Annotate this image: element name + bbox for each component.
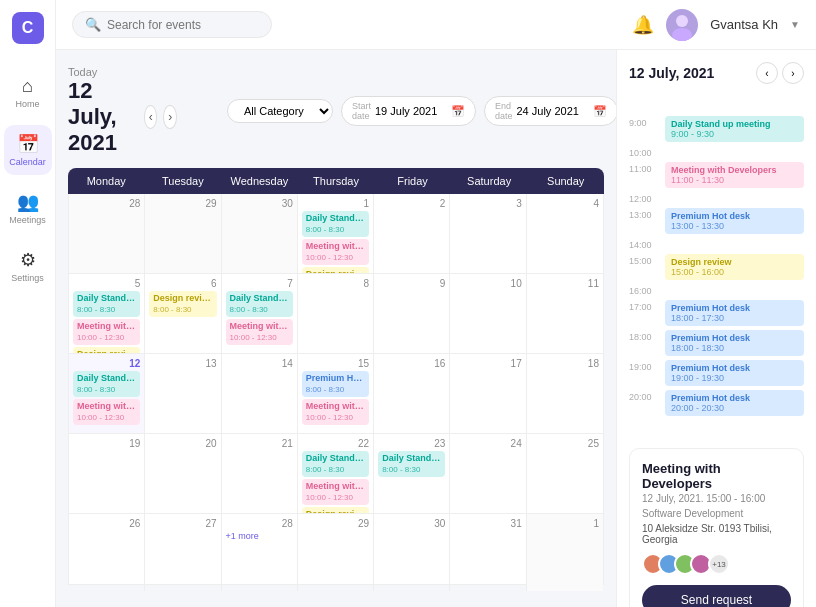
cell-date: 29: [149, 198, 216, 209]
calendar-cell[interactable]: 8: [298, 274, 374, 354]
time-label: 17:00: [629, 300, 659, 312]
calendar-cell[interactable]: 30: [374, 514, 450, 591]
user-name[interactable]: Gvantsa Kh: [710, 17, 778, 32]
cell-date: 9: [378, 278, 445, 289]
calendar-cell[interactable]: 31: [450, 514, 526, 591]
send-request-button[interactable]: Send request: [642, 585, 791, 607]
category-select[interactable]: All Category: [227, 99, 333, 123]
event-pill[interactable]: Daily Stand up meeting8:00 - 8:30: [73, 371, 140, 397]
event-pill[interactable]: Meeting with Develop..Remotely10:00 - 12…: [302, 399, 369, 425]
calendar-cell[interactable]: 22Daily Stand up meeting8:00 - 8:30Meeti…: [298, 434, 374, 514]
time-label: 18:00: [629, 330, 659, 342]
calendar-cell[interactable]: 6Design review8:00 - 8:30: [145, 274, 221, 354]
calendar-cell[interactable]: 16: [374, 354, 450, 434]
mini-next-button[interactable]: ›: [782, 62, 804, 84]
detail-meta: 12 July, 2021. 15:00 - 16:00: [642, 493, 791, 504]
event-pill[interactable]: Premium Hot desk8:00 - 8:30: [302, 371, 369, 397]
event-pill[interactable]: Meeting with Develop..Remotely10:00 - 12…: [302, 479, 369, 505]
today-label: Today: [68, 66, 177, 78]
calendar-cell[interactable]: 10: [450, 274, 526, 354]
calendar-cell[interactable]: 29: [145, 194, 221, 274]
sidebar-item-label: Home: [15, 99, 39, 109]
calendar-cell[interactable]: 19: [69, 434, 145, 514]
calendar-cell[interactable]: 14: [222, 354, 298, 434]
sidebar-item-home[interactable]: ⌂ Home: [4, 68, 52, 117]
calendar-cell[interactable]: 23Daily Stand up meeting8:00 - 8:30: [374, 434, 450, 514]
search-input[interactable]: [107, 18, 247, 32]
calendar-cell[interactable]: 9: [374, 274, 450, 354]
sidebar-item-label: Settings: [11, 273, 44, 283]
cell-date: 3: [454, 198, 521, 209]
calendar-cell[interactable]: 17: [450, 354, 526, 434]
mini-prev-button[interactable]: ‹: [756, 62, 778, 84]
calendar-cell[interactable]: 1: [527, 514, 603, 591]
calendar-icon-end: 📅: [593, 105, 607, 118]
calendar-cell[interactable]: 5Daily Stand up meeting8:00 - 8:30Meetin…: [69, 274, 145, 354]
calendar-cell[interactable]: 27: [145, 514, 221, 591]
next-month-button[interactable]: ›: [163, 105, 176, 129]
sidebar-item-calendar[interactable]: 📅 Calendar: [4, 125, 52, 175]
event-pill[interactable]: Meeting with Develop..Remotely10:00 - 12…: [302, 239, 369, 265]
chevron-down-icon[interactable]: ▼: [790, 19, 800, 30]
event-pill[interactable]: Design review12:00 - 12:30: [302, 267, 369, 274]
timeline-row: 20:00Premium Hot desk20:00 - 20:30: [629, 390, 804, 416]
day-header-tue: Tuesday: [145, 168, 222, 194]
timeline-event[interactable]: Premium Hot desk19:00 - 19:30: [665, 360, 804, 386]
content-area: Today 12 July, 2021 ‹ › All Category Sta…: [56, 50, 816, 607]
calendar-cell[interactable]: 2: [374, 194, 450, 274]
timeline-event[interactable]: Premium Hot desk13:00 - 13:30: [665, 208, 804, 234]
calendar-cell[interactable]: 4: [527, 194, 603, 274]
calendar-cell[interactable]: 1Daily Stand up meeting8:00 - 8:30Meetin…: [298, 194, 374, 274]
calendar-cell[interactable]: 13: [145, 354, 221, 434]
time-label: 11:00: [629, 162, 659, 174]
calendar-cell[interactable]: 18: [527, 354, 603, 434]
event-pill[interactable]: Meeting with Develop..Remotely10:00 - 12…: [73, 399, 140, 425]
calendar-cell[interactable]: 3: [450, 194, 526, 274]
event-pill[interactable]: Daily Stand up meeting8:00 - 8:30: [73, 291, 140, 317]
event-pill[interactable]: Daily Stand up meeting8:00 - 8:30: [302, 211, 369, 237]
start-date-input[interactable]: [375, 105, 447, 117]
search-box[interactable]: 🔍: [72, 11, 272, 38]
calendar-cell[interactable]: 24: [450, 434, 526, 514]
calendar-cell[interactable]: 28: [69, 194, 145, 274]
end-date-input[interactable]: [517, 105, 589, 117]
calendar-cell[interactable]: 29: [298, 514, 374, 591]
calendar-cell[interactable]: 21: [222, 434, 298, 514]
cell-date: 6: [149, 278, 216, 289]
more-events-link[interactable]: +1 more: [226, 531, 293, 541]
sidebar-item-settings[interactable]: ⚙ Settings: [4, 241, 52, 291]
calendar-cell[interactable]: 30: [222, 194, 298, 274]
sidebar-item-meetings[interactable]: 👥 Meetings: [4, 183, 52, 233]
event-pill[interactable]: Design review8:00 - 8:30: [149, 291, 216, 317]
calendar-body: 2829301Daily Stand up meeting8:00 - 8:30…: [68, 194, 604, 585]
prev-month-button[interactable]: ‹: [144, 105, 157, 129]
calendar-cell[interactable]: 15Premium Hot desk8:00 - 8:30Meeting wit…: [298, 354, 374, 434]
timeline-event[interactable]: Meeting with Developers11:00 - 11:30: [665, 162, 804, 188]
cell-date: 2: [378, 198, 445, 209]
calendar-cell[interactable]: 28+1 more: [222, 514, 298, 591]
timeline-row: 19:00Premium Hot desk19:00 - 19:30: [629, 360, 804, 386]
notification-icon[interactable]: 🔔: [632, 14, 654, 36]
time-label: 10:00: [629, 146, 659, 158]
calendar-cell[interactable]: 7Daily Stand up meeting8:00 - 8:30Meetin…: [222, 274, 298, 354]
event-pill[interactable]: Design review12:00 - 12:30: [302, 507, 369, 514]
calendar-cell[interactable]: 12Daily Stand up meeting8:00 - 8:30Meeti…: [69, 354, 145, 434]
event-pill[interactable]: Daily Stand up meeting8:00 - 8:30: [378, 451, 445, 477]
calendar-cell[interactable]: 11: [527, 274, 603, 354]
calendar-cell[interactable]: 25: [527, 434, 603, 514]
day-header-mon: Monday: [68, 168, 145, 194]
timeline-event[interactable]: Premium Hot desk20:00 - 20:30: [665, 390, 804, 416]
calendar-cell[interactable]: 26: [69, 514, 145, 591]
cell-date: 23: [378, 438, 445, 449]
event-pill[interactable]: Meeting with Develop..Remotely10:00 - 12…: [226, 319, 293, 345]
event-pill[interactable]: Daily Stand up meeting8:00 - 8:30: [302, 451, 369, 477]
calendar-cell[interactable]: 20: [145, 434, 221, 514]
timeline-event[interactable]: Premium Hot desk18:00 - 17:30: [665, 300, 804, 326]
event-pill[interactable]: Meeting with Develop..Remotely10:00 - 12…: [73, 319, 140, 345]
timeline-event[interactable]: Design review15:00 - 16:00: [665, 254, 804, 280]
timeline-event[interactable]: Daily Stand up meeting9:00 - 9:30: [665, 116, 804, 142]
cell-date: 19: [73, 438, 140, 449]
event-pill[interactable]: Daily Stand up meeting8:00 - 8:30: [226, 291, 293, 317]
event-pill[interactable]: Design review8:00 - 8:30: [73, 347, 140, 354]
timeline-event[interactable]: Premium Hot desk18:00 - 18:30: [665, 330, 804, 356]
